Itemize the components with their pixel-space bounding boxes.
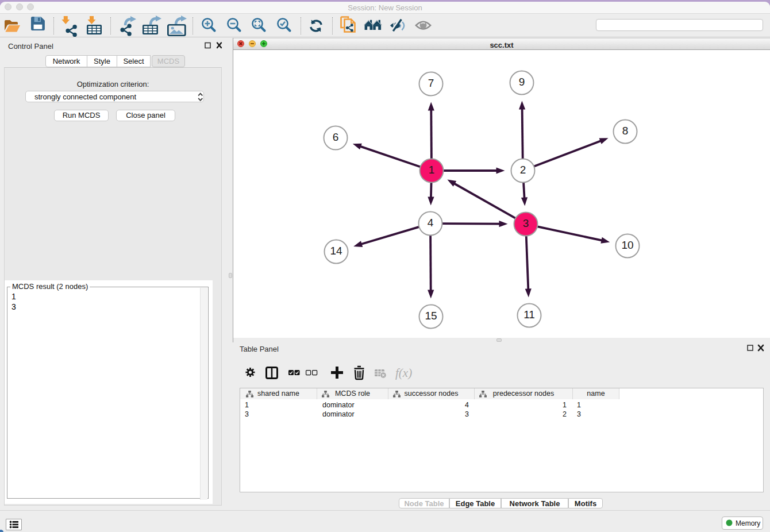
svg-text:9: 9 [519,76,525,88]
svg-text:11: 11 [523,309,535,321]
svg-text:8: 8 [622,125,629,137]
svg-text:6: 6 [333,131,339,143]
svg-text:4: 4 [428,217,434,229]
svg-text:7: 7 [428,77,434,89]
svg-text:1: 1 [429,164,435,176]
svg-text:3: 3 [523,217,529,229]
svg-text:14: 14 [330,245,342,257]
svg-text:f(x): f(x) [395,366,412,380]
svg-text:2: 2 [520,164,526,176]
svg-text:10: 10 [621,239,633,251]
svg-text:15: 15 [425,310,437,322]
